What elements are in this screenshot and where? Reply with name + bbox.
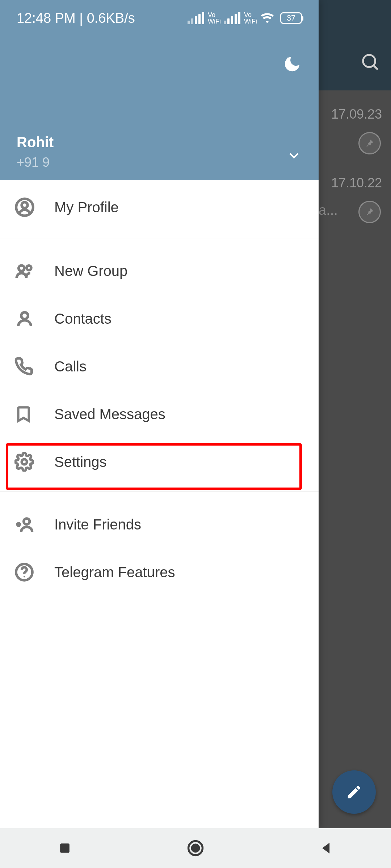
menu-label: New Group [54,263,127,279]
phone-icon [14,357,54,376]
svg-point-5 [22,202,28,208]
status-right: VoWiFi VoWiFi 37 [188,12,302,25]
compose-fab[interactable] [332,770,376,814]
menu-settings[interactable]: Settings [0,438,319,486]
svg-rect-15 [60,843,70,853]
gear-icon [14,452,54,472]
chat-list-item[interactable]: 17.10.22 a... [319,170,391,239]
group-icon [14,260,54,281]
menu-label: Saved Messages [54,406,165,422]
svg-point-14 [24,576,25,577]
vowifi-label: VoWiFi [244,12,257,25]
chat-date: 17.10.22 [331,175,382,190]
svg-point-0 [363,55,375,67]
nav-back-button[interactable] [318,840,334,856]
bookmark-icon [14,404,54,424]
menu-my-profile[interactable]: My Profile [0,180,319,234]
chat-list-item[interactable]: 17.09.23 [319,101,391,170]
divider [0,492,319,492]
pin-icon [358,132,381,154]
svg-point-7 [27,265,31,270]
drawer-header: 12:48 PM | 0.6KB/s VoWiFi VoWiF [0,0,319,180]
wifi-icon [260,12,274,24]
menu-telegram-features[interactable]: Telegram Features [0,548,319,596]
system-nav-bar [0,828,391,868]
navigation-drawer: 12:48 PM | 0.6KB/s VoWiFi VoWiF [0,0,319,828]
svg-point-2 [287,58,289,59]
contacts-icon [14,309,54,329]
menu-label: Contacts [54,311,112,327]
menu-label: Calls [54,358,87,375]
menu-label: Telegram Features [54,564,175,580]
svg-point-9 [22,459,27,464]
svg-point-8 [21,312,28,319]
divider [0,238,319,238]
menu-label: My Profile [54,199,119,216]
signal-icon [224,12,240,24]
night-mode-icon[interactable] [282,54,302,75]
menu-calls[interactable]: Calls [0,342,319,390]
signal-icon [188,12,204,24]
svg-line-1 [374,65,378,69]
main-app-header [319,0,391,90]
menu-label: Invite Friends [54,516,141,533]
nav-recent-button[interactable] [57,840,73,856]
drawer-user-name: Rohit [17,134,54,150]
menu-label: Settings [54,454,107,470]
svg-point-3 [286,60,287,61]
profile-icon [14,197,54,217]
svg-point-17 [192,844,199,852]
status-bar: 12:48 PM | 0.6KB/s VoWiFi VoWiF [17,0,302,36]
chat-snippet: a... [319,203,338,218]
chat-list-background: 17.09.23 17.10.22 a... [319,90,391,828]
menu-contacts[interactable]: Contacts [0,295,319,342]
search-icon[interactable] [361,52,380,73]
drawer-user-phone: +91 9 [17,155,50,170]
battery-icon: 37 [280,12,302,24]
menu-new-group[interactable]: New Group [0,247,319,295]
help-icon [14,562,54,582]
svg-point-6 [19,265,24,271]
status-time: 12:48 PM | 0.6KB/s [17,10,135,26]
menu-saved-messages[interactable]: Saved Messages [0,390,319,438]
nav-home-button[interactable] [186,839,205,858]
drawer-menu: My Profile New Group Contacts Calls [0,180,319,596]
menu-invite-friends[interactable]: Invite Friends [0,501,319,548]
battery-level: 37 [287,13,295,23]
chat-date: 17.09.23 [331,107,382,122]
invite-icon [14,514,54,535]
account-chevron-icon[interactable] [286,148,302,165]
vowifi-label: VoWiFi [208,12,221,25]
svg-point-10 [24,519,30,524]
pin-icon [358,201,381,223]
